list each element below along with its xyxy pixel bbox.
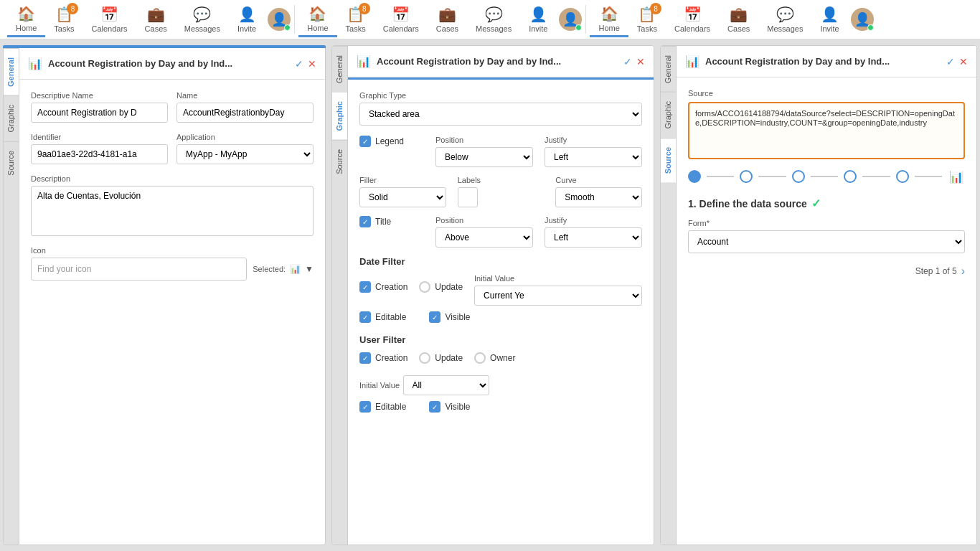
source-form-select[interactable]: Account	[688, 230, 965, 253]
date-filter-title: Date Filter	[359, 256, 642, 267]
filler-select[interactable]: Solid	[359, 187, 446, 207]
messages-icon: 💬	[193, 6, 211, 23]
panel1-actions: ✓ ✕	[295, 58, 316, 70]
title-position-group: Position Above	[435, 216, 533, 248]
panel3-confirm-btn[interactable]: ✓	[946, 56, 955, 67]
source-label: Source	[688, 89, 965, 98]
nav-tasks-2[interactable]: 📋 8 Tasks	[337, 3, 374, 36]
nav-cases-3[interactable]: 💼 Cases	[719, 3, 758, 36]
user-update-radio[interactable]	[419, 352, 430, 364]
date-update-check: Update	[419, 281, 463, 293]
invite-icon-3: 👤	[821, 6, 839, 23]
icon-finder[interactable]: Find your icon	[31, 258, 247, 281]
graphic-type-select[interactable]: Stacked area	[359, 103, 642, 126]
avatar-1[interactable]: 👤	[268, 8, 291, 31]
date-editable-checkbox[interactable]: ✓	[359, 311, 371, 323]
description-textarea[interactable]: Alta de Cuentas, Evolución	[31, 186, 314, 236]
nav-messages-3[interactable]: 💬 Messages	[758, 3, 811, 36]
step-dot-3	[792, 170, 805, 183]
panel1-row-name: Descriptive Name Name	[31, 91, 314, 123]
panel2-content: 📊 Account Registration by Day and by Ind…	[348, 46, 654, 545]
date-visible-check: ✓ Visible	[429, 311, 470, 323]
user-owner-radio[interactable]	[474, 352, 486, 364]
tab-source-p2[interactable]: Source	[332, 140, 347, 183]
user-initial-value-select[interactable]: All	[403, 375, 489, 395]
name-input[interactable]	[176, 103, 314, 123]
identifier-input[interactable]	[31, 144, 168, 164]
nav-invite-2[interactable]: 👤 Invite	[520, 3, 556, 36]
panel1-close-btn[interactable]: ✕	[308, 58, 316, 70]
nav-messages-1[interactable]: 💬 Messages	[176, 3, 229, 36]
tab-graphic-p1[interactable]: Graphic	[4, 95, 19, 141]
nav-invite-3[interactable]: 👤 Invite	[811, 3, 847, 36]
tab-graphic-p2[interactable]: Graphic	[332, 92, 347, 140]
date-update-radio[interactable]	[419, 281, 430, 293]
step-text: Step 1 of 5	[915, 266, 957, 276]
panel2-close-btn[interactable]: ✕	[636, 56, 645, 67]
user-visible-check: ✓ Visible	[429, 401, 470, 413]
panel2-confirm-btn[interactable]: ✓	[623, 56, 632, 67]
nav-tasks-3[interactable]: 📋 8 Tasks	[628, 3, 666, 36]
nav-tasks-1[interactable]: 📋 8 Tasks	[45, 3, 83, 36]
avatar-online-dot-3	[867, 24, 874, 31]
step-line-1	[707, 176, 734, 177]
title-check-group: ✓ Title	[359, 216, 424, 227]
date-creation-checkbox[interactable]: ✓	[359, 281, 371, 293]
tab-general-p3[interactable]: General	[661, 46, 676, 92]
legend-checkbox[interactable]: ✓	[359, 136, 371, 147]
user-editable-checkbox[interactable]: ✓	[359, 401, 371, 413]
source-query-box[interactable]: forms/ACCO1614188794/dataSource?select=D…	[688, 102, 965, 159]
filler-color-swatch[interactable]	[458, 187, 478, 207]
step-next-btn[interactable]: ›	[961, 265, 965, 278]
legend-position-select[interactable]: Below	[435, 147, 533, 167]
panel3-chart-icon: 📊	[685, 55, 699, 68]
source-query-text: forms/ACCO1614188794/dataSource?select=D…	[695, 109, 955, 127]
icon-dropdown-btn[interactable]: ▼	[305, 264, 314, 274]
title-position-select[interactable]: Above	[435, 227, 533, 248]
date-update-label: Update	[435, 282, 463, 292]
legend-label: Legend	[375, 136, 404, 146]
panel3-close-btn[interactable]: ✕	[959, 56, 968, 67]
nav-calendars-2[interactable]: 📅 Calendars	[374, 3, 428, 36]
nav-home-1[interactable]: 🏠 Home	[7, 2, 45, 37]
step-indicator: Step 1 of 5 ›	[688, 265, 965, 278]
avatar-3[interactable]: 👤	[851, 8, 874, 31]
nav-cases-1[interactable]: 💼 Cases	[136, 3, 176, 36]
avatar-2[interactable]: 👤	[559, 8, 582, 31]
panel1-confirm-btn[interactable]: ✓	[295, 58, 303, 70]
nav-cases-2[interactable]: 💼 Cases	[428, 3, 467, 36]
nav-invite-1[interactable]: 👤 Invite	[229, 3, 265, 36]
panel3-header: 📊 Account Registration by Day and by Ind…	[677, 46, 976, 77]
nav-calendars-1[interactable]: 📅 Calendars	[83, 3, 136, 36]
nav-calendars-3[interactable]: 📅 Calendars	[666, 3, 719, 36]
tab-general-p1[interactable]: General	[4, 48, 19, 95]
nav-home-3[interactable]: 🏠 Home	[590, 2, 628, 37]
legend-justify-select[interactable]: Left	[545, 147, 642, 167]
graphic-type-group: Graphic Type Stacked area	[359, 91, 642, 126]
nav-home-2[interactable]: 🏠 Home	[298, 2, 336, 37]
application-select[interactable]: MyApp - MyApp	[176, 144, 314, 164]
step-chart-icon: 📊	[948, 168, 965, 185]
messages-icon-3: 💬	[776, 6, 794, 23]
user-visible-checkbox[interactable]: ✓	[429, 401, 440, 413]
title-checkbox[interactable]: ✓	[359, 216, 371, 227]
date-filter-edit-row: ✓ Editable ✓ Visible	[359, 311, 642, 329]
date-initial-value-select[interactable]: Current Ye	[474, 286, 642, 306]
date-visible-checkbox[interactable]: ✓	[429, 311, 440, 323]
title-justify-group: Justify Left	[545, 216, 642, 248]
user-initial-value-group: Initial Value All	[359, 375, 642, 395]
descriptive-name-input[interactable]	[31, 103, 168, 123]
tab-general-p2[interactable]: General	[332, 46, 347, 92]
user-owner-label: Owner	[490, 353, 515, 363]
nav-messages-2[interactable]: 💬 Messages	[467, 3, 520, 36]
tab-source-p3[interactable]: Source	[661, 138, 676, 182]
tab-source-p1[interactable]: Source	[4, 141, 19, 184]
curve-select[interactable]: Smooth	[555, 187, 642, 207]
calendars-icon-3: 📅	[684, 6, 702, 23]
title-justify-select[interactable]: Left	[545, 227, 642, 248]
tab-graphic-p3[interactable]: Graphic	[661, 92, 676, 138]
filler-labels-label: Labels	[458, 176, 545, 184]
invite-icon-2: 👤	[529, 6, 547, 23]
filler-row: Filler Solid Labels Curve	[359, 176, 642, 207]
user-creation-checkbox[interactable]: ✓	[359, 352, 371, 364]
